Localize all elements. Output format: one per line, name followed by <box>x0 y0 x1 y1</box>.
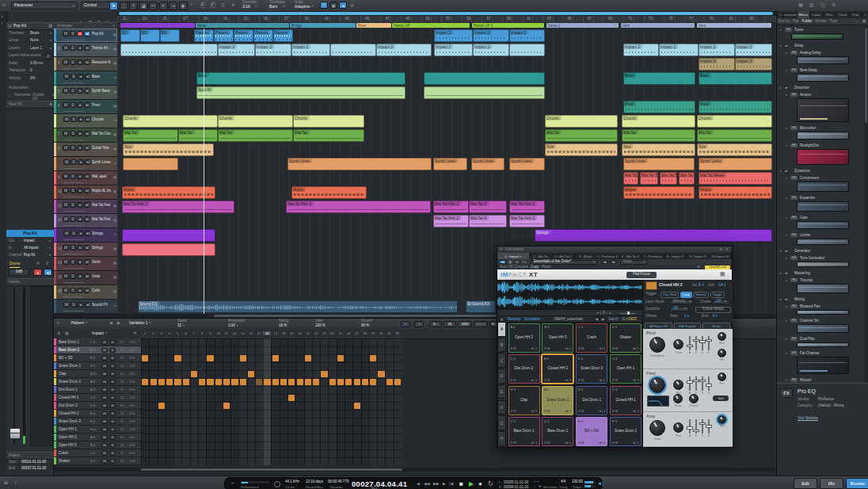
row-solo-button[interactable]: S <box>109 395 116 400</box>
trigger-option-toggle[interactable]: Toggle <box>710 292 725 298</box>
step-cell-on[interactable] <box>313 379 319 385</box>
clip[interactable]: Impact 3 <box>699 58 735 71</box>
clip[interactable] <box>424 86 545 99</box>
pad-solo-mute[interactable]: S M <box>612 441 618 445</box>
step-cell-on[interactable] <box>166 379 173 385</box>
step-cell-on[interactable] <box>370 379 376 385</box>
clip[interactable]: Mai Tai <box>293 129 364 142</box>
adsr-slider-s[interactable] <box>702 419 703 434</box>
track-volume-slider[interactable] <box>63 68 84 69</box>
loop-button[interactable]: ↻ <box>488 480 493 487</box>
marker-section[interactable]: Bridge <box>290 23 356 28</box>
monitor-button[interactable]: ◄) <box>84 45 90 51</box>
step-cell-on[interactable] <box>354 403 360 409</box>
tree-item-tuner[interactable]: ▸FXTuner <box>777 26 863 33</box>
record-arm-button[interactable]: ● <box>77 273 83 279</box>
clip[interactable]: Pattern <box>273 29 293 42</box>
clip[interactable]: Chords <box>218 115 293 128</box>
drum-pad-dist-drum-1[interactable]: B 3Dist Drum 1S M◄) 4 <box>576 386 607 415</box>
pad-solo-mute[interactable]: S M <box>544 346 550 350</box>
tree-item-mixing[interactable]: ▸▰Mixing <box>777 296 863 303</box>
clip[interactable]: St Sound FX <box>466 300 496 313</box>
drum-pad-shaker[interactable]: D 5ShakerS M◄) 5 <box>610 323 641 353</box>
record-arm-button[interactable]: ● <box>77 259 83 265</box>
tree-item-gate[interactable]: ▸FXGate <box>777 214 863 221</box>
clip[interactable]: Pattern <box>214 29 234 42</box>
clip[interactable] <box>123 158 178 170</box>
drum-pad-crash[interactable]: C 5CrashS M◄) 5 <box>576 323 607 353</box>
pad-solo-mute[interactable]: S M <box>612 409 618 413</box>
adsr-slider-a[interactable] <box>689 336 691 350</box>
soft-button[interactable]: Soft <box>713 395 729 401</box>
vel-knob[interactable] <box>718 349 726 357</box>
pad-solo-mute[interactable]: S M <box>511 441 516 445</box>
clip[interactable]: Mai Tai Reser <box>699 172 772 185</box>
tree-expand-arrow[interactable]: ▸ <box>780 297 782 301</box>
bar-8-icon[interactable]: ▭▭▭ <box>474 321 488 327</box>
clip[interactable]: Tele <box>622 143 695 156</box>
clip[interactable]: Mai Tai 5 <box>640 172 658 185</box>
record-arm-button[interactable]: ● <box>78 231 84 236</box>
inspector-row-value[interactable]: Layer 1 <box>30 46 51 50</box>
play-button[interactable]: ▶ <box>469 480 474 487</box>
step-cell-on[interactable] <box>199 379 205 385</box>
mute-button[interactable]: M <box>63 288 69 293</box>
monitor-button[interactable]: ◄) <box>84 31 90 36</box>
browser-tab-pool[interactable]: Pool <box>850 11 863 18</box>
pin-window-icon[interactable]: ✛ <box>719 248 722 252</box>
clip[interactable]: Impact 2 <box>473 44 509 56</box>
fader-handle[interactable] <box>10 428 21 439</box>
monitor-button[interactable]: ◄) <box>84 102 90 108</box>
monitor-button[interactable]: ◄) <box>84 245 90 250</box>
record-arm-button[interactable]: ● <box>77 188 83 193</box>
tree-expand-arrow[interactable]: ▸ <box>786 216 787 220</box>
clip[interactable]: BD <box>160 29 180 42</box>
pad-solo-mute[interactable]: S M <box>578 441 584 445</box>
track-header-mai-tai-fett-2[interactable]: 12MS●◄)Mai Tai Fett 2▦ <box>54 214 117 228</box>
mute-tool-icon[interactable]: ✕ <box>159 2 168 10</box>
record-button[interactable]: ● <box>478 480 482 487</box>
step-cell-on[interactable] <box>223 403 230 409</box>
browser-scrollbar[interactable] <box>864 25 868 383</box>
pattern-start-value[interactable]: 00021.01.01.00 <box>21 460 46 464</box>
fader-track[interactable] <box>13 287 15 444</box>
marker-section[interactable]: Riser <box>356 23 391 28</box>
record-arm-button[interactable]: ● <box>77 216 83 222</box>
clip[interactable]: Mai Tai 5 <box>623 172 638 185</box>
marker-section[interactable]: Verse 2 <box>546 23 619 28</box>
next-preset-icon[interactable]: ◀| <box>610 260 617 264</box>
track-header-mojito-b-line[interactable]: 10MS●◄)Mojito-B..line▦ <box>54 185 117 200</box>
solo-button[interactable]: S <box>70 288 76 293</box>
clip[interactable] <box>509 44 545 56</box>
channel-value[interactable]: Pop Kit <box>24 254 51 258</box>
clip[interactable]: Strings <box>535 229 772 242</box>
plugin-tab[interactable]: 8 - Impact 2 <box>664 253 687 259</box>
pad-focus-button[interactable]: Pad Focus <box>626 272 657 278</box>
row-solo-button[interactable]: S <box>109 388 116 392</box>
notefx-header[interactable]: Note FX <box>9 103 22 107</box>
checkbox-checked-icon[interactable]: ✓ <box>45 53 51 59</box>
track-header-guitar-tele[interactable]: 8MS●◄)Guitar Tele▦ <box>54 143 117 157</box>
drum-pad-snare-drum-2[interactable]: A 3Snare Drum 2S M◄) 7 <box>542 386 573 415</box>
clip[interactable]: Impact 2 <box>218 44 255 56</box>
step-cell-on[interactable] <box>142 379 148 385</box>
row-mute-button[interactable]: M <box>101 388 108 392</box>
monitor-button[interactable]: ◄) <box>85 231 91 236</box>
record-arm-button[interactable]: ● <box>78 117 84 122</box>
nudge-left-icon[interactable]: ◀ <box>417 482 420 487</box>
monitor-button[interactable]: ◄) <box>84 131 90 136</box>
row-mute-button[interactable]: M <box>101 340 108 345</box>
bar-1-icon[interactable]: ▮▭ <box>429 321 442 327</box>
solo-button[interactable]: S <box>70 216 76 222</box>
clip[interactable]: BD <box>140 29 160 42</box>
clip[interactable]: Tele <box>697 143 772 156</box>
timebase-value[interactable]: Bars <box>269 5 285 10</box>
gate-value[interactable]: 100 % <box>315 324 326 328</box>
pattern-row-bd-sd[interactable]: BD + SDE 3MS321/16 <box>54 354 141 362</box>
pad-second-note[interactable]: G# 1 <box>718 284 726 288</box>
track-header-synth-bass[interactable]: 5MS●◄)Synth Bass▦ <box>54 86 117 100</box>
next-variation-icon[interactable]: ▶ <box>117 321 120 326</box>
step-cell-on[interactable] <box>248 371 254 377</box>
plugin-tab[interactable]: 10-Impact H <box>710 253 732 259</box>
track-header-pop-kit[interactable]: MS●◄)Pop Kit▦ <box>54 29 117 43</box>
